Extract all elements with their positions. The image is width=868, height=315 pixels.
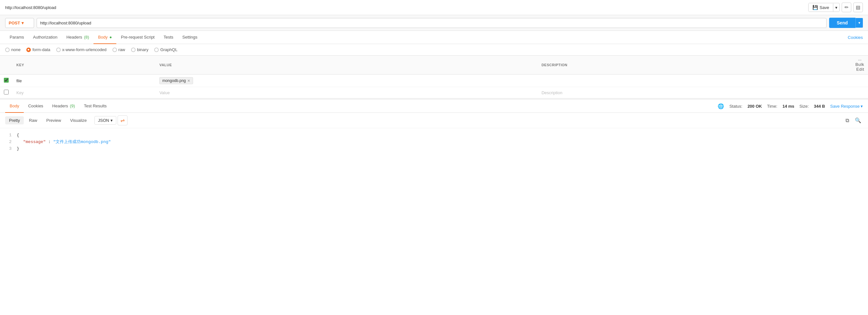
response-section: Body Cookies Headers (9) Test Results 🌐 …	[0, 98, 868, 167]
line-num-1: 1	[5, 132, 11, 139]
top-bar: http://localhost:8080/upload 💾 Save ▾ ✏ …	[0, 0, 868, 15]
radio-dot-form-data	[26, 48, 31, 52]
col-key: KEY	[12, 56, 155, 75]
method-select[interactable]: POST ▾	[5, 18, 34, 28]
save-response-chevron: ▾	[861, 104, 863, 109]
tab-tests[interactable]: Tests	[159, 31, 178, 44]
line-num-3: 3	[5, 146, 11, 152]
body-badge: ●	[110, 35, 112, 39]
more-icon[interactable]: ···	[858, 58, 862, 62]
send-dropdown-chevron[interactable]: ▾	[856, 18, 863, 28]
copy-button[interactable]: ⧉	[842, 116, 852, 125]
radio-dot-none	[5, 48, 10, 52]
empty-row: Key Value Description	[0, 87, 868, 98]
empty-key-cell[interactable]: Key	[12, 87, 155, 98]
body-type-bar: none form-data x-www-form-urlencoded raw…	[0, 44, 868, 56]
save-response-button[interactable]: Save Response ▾	[830, 104, 863, 109]
tab-headers[interactable]: Headers (8)	[62, 31, 94, 44]
resp-tab-pretty[interactable]: Pretty	[5, 116, 24, 124]
radio-binary[interactable]: binary	[131, 47, 148, 52]
value-cell: mongodb.png ×	[155, 75, 537, 87]
desc-cell	[538, 75, 849, 87]
tab-body[interactable]: Body ●	[93, 31, 116, 44]
cookies-link[interactable]: Cookies	[848, 31, 863, 44]
top-bar-actions: 💾 Save ▾ ✏ ▤	[808, 3, 863, 12]
file-tag-close[interactable]: ×	[188, 79, 190, 83]
col-value: VALUE	[155, 56, 537, 75]
search-button[interactable]: 🔍	[853, 116, 863, 125]
radio-dot-graphql	[154, 48, 159, 52]
radio-dot-urlencoded	[56, 48, 61, 52]
empty-row-checkbox[interactable]	[4, 90, 9, 94]
copy-icon: ⧉	[845, 118, 849, 123]
response-tabs-bar: Body Cookies Headers (9) Test Results 🌐 …	[0, 99, 868, 113]
send-button-group: Send ▾	[829, 18, 863, 28]
col-description: DESCRIPTION	[538, 56, 849, 75]
table-row: file mongodb.png ×	[0, 75, 868, 87]
radio-dot-binary	[131, 48, 135, 52]
save-button[interactable]: 💾 Save	[809, 3, 833, 11]
save-dropdown-chevron[interactable]: ▾	[833, 3, 839, 11]
save-label: Save	[819, 5, 829, 10]
headers-badge: (8)	[84, 35, 89, 39]
radio-raw[interactable]: raw	[113, 47, 125, 52]
file-tag: mongodb.png ×	[159, 77, 193, 84]
bulk-edit-button[interactable]: Bulk Edit	[856, 62, 864, 72]
params-table: KEY VALUE DESCRIPTION ··· Bulk Edit file…	[0, 56, 868, 98]
tab-params[interactable]: Params	[5, 31, 29, 44]
empty-desc-cell[interactable]: Description	[538, 87, 849, 98]
globe-icon: 🌐	[718, 103, 724, 109]
format-chevron: ▾	[111, 118, 113, 123]
response-tab-cookies[interactable]: Cookies	[24, 99, 48, 113]
request-tabs: Params Authorization Headers (8) Body ● …	[0, 31, 868, 44]
send-button[interactable]: Send	[829, 18, 856, 28]
size-value: 344 B	[814, 104, 825, 109]
edit-button[interactable]: ✏	[842, 3, 851, 12]
response-headers-badge: (9)	[70, 104, 75, 108]
line-num-2: 2	[5, 139, 11, 146]
status-value: 200 OK	[747, 104, 762, 109]
method-label: POST	[9, 21, 20, 25]
search-icon: 🔍	[855, 117, 861, 123]
radio-graphql[interactable]: GraphQL	[154, 47, 177, 52]
tab-pre-request[interactable]: Pre-request Script	[116, 31, 159, 44]
tab-settings[interactable]: Settings	[178, 31, 202, 44]
radio-urlencoded[interactable]: x-www-form-urlencoded	[56, 47, 107, 52]
radio-form-data[interactable]: form-data	[26, 47, 51, 52]
row-checkbox[interactable]	[4, 78, 9, 83]
col-actions: ··· Bulk Edit	[849, 56, 868, 75]
code-line-1: 1 {	[5, 132, 863, 139]
save-button-group: 💾 Save ▾	[808, 3, 840, 12]
edit-icon: ✏	[844, 4, 849, 10]
doc-button[interactable]: ▤	[853, 3, 863, 12]
resp-tab-raw[interactable]: Raw	[25, 116, 41, 124]
code-line-2: 2 "message" : "文件上传成功mongodb.png"	[5, 139, 863, 146]
format-select[interactable]: JSON ▾	[94, 116, 116, 125]
radio-none[interactable]: none	[5, 47, 21, 52]
response-meta: 🌐 Status: 200 OK Time: 14 ms Size: 344 B…	[718, 103, 863, 109]
response-tab-test-results[interactable]: Test Results	[79, 99, 111, 113]
code-line-3: 3 }	[5, 146, 863, 152]
col-checkbox	[0, 56, 12, 75]
key-cell: file	[12, 75, 155, 87]
page-title: http://localhost:8080/upload	[5, 5, 56, 10]
empty-value-cell[interactable]: Value	[155, 87, 537, 98]
resp-tab-visualize[interactable]: Visualize	[66, 116, 91, 124]
url-bar: POST ▾ Send ▾	[0, 15, 868, 31]
save-icon: 💾	[812, 5, 818, 10]
response-tab-body[interactable]: Body	[5, 99, 24, 113]
radio-dot-raw	[113, 48, 117, 52]
url-input[interactable]	[37, 18, 827, 28]
tab-authorization[interactable]: Authorization	[29, 31, 62, 44]
response-tab-headers[interactable]: Headers (9)	[48, 99, 80, 113]
method-chevron: ▾	[22, 21, 24, 25]
resp-tab-preview[interactable]: Preview	[42, 116, 65, 124]
wrap-icon[interactable]: ⇌	[118, 115, 127, 125]
code-area: 1 { 2 "message" : "文件上传成功mongodb.png" 3 …	[0, 128, 868, 167]
doc-icon: ▤	[856, 4, 860, 10]
response-body-toolbar: Pretty Raw Preview Visualize JSON ▾ ⇌ ⧉ …	[0, 113, 868, 128]
time-value: 14 ms	[782, 104, 795, 109]
